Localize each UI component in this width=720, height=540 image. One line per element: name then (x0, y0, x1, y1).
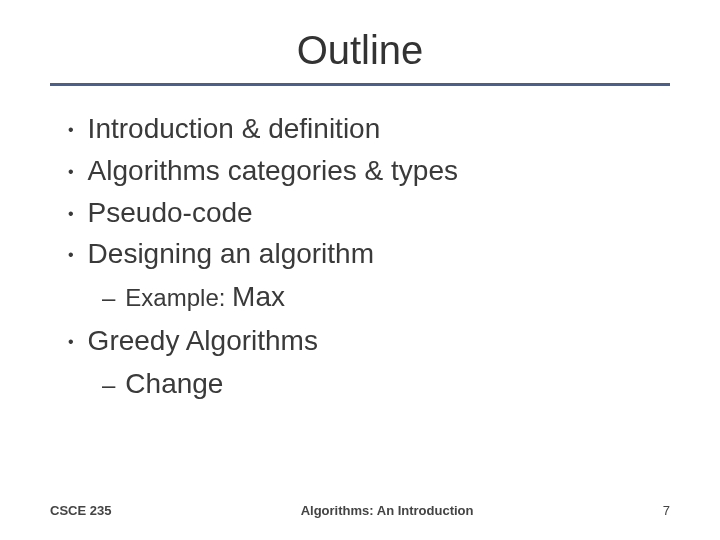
dash-icon: – (102, 368, 115, 402)
sub-bullet-label: Example: (125, 284, 225, 311)
bullet-icon: • (68, 244, 74, 266)
bullet-text: Algorithms categories & types (88, 152, 458, 190)
bullet-item: • Designing an algorithm (68, 235, 670, 273)
bullet-text: Greedy Algorithms (88, 322, 318, 360)
dash-icon: – (102, 281, 115, 315)
slide-footer: CSCE 235 Algorithms: An Introduction 7 (0, 503, 720, 518)
footer-title: Algorithms: An Introduction (111, 503, 662, 518)
bullet-item: • Introduction & definition (68, 110, 670, 148)
bullet-icon: • (68, 161, 74, 183)
footer-course: CSCE 235 (50, 503, 111, 518)
sub-bullet-text: Change (125, 364, 223, 403)
bullet-icon: • (68, 203, 74, 225)
bullet-text: Introduction & definition (88, 110, 381, 148)
slide: Outline • Introduction & definition • Al… (0, 0, 720, 540)
sub-bullet-item: – Example: Max (102, 277, 670, 316)
bullet-item: • Greedy Algorithms (68, 322, 670, 360)
bullet-icon: • (68, 119, 74, 141)
bullet-icon: • (68, 331, 74, 353)
footer-page-number: 7 (663, 503, 670, 518)
title-underline (50, 83, 670, 86)
sub-bullet-item: – Change (102, 364, 670, 403)
slide-title: Outline (50, 28, 670, 73)
sub-bullet-value: Max (232, 281, 285, 312)
bullet-item: • Pseudo-code (68, 194, 670, 232)
bullet-text: Pseudo-code (88, 194, 253, 232)
bullet-text: Designing an algorithm (88, 235, 374, 273)
slide-content: • Introduction & definition • Algorithms… (50, 110, 670, 403)
bullet-item: • Algorithms categories & types (68, 152, 670, 190)
